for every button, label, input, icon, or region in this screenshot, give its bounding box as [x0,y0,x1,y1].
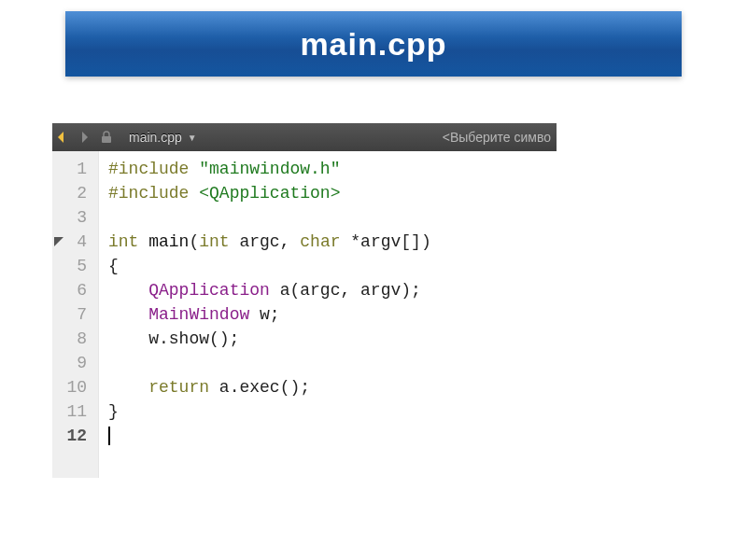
include-target: "mainwindow.h" [199,160,340,178]
line-number: 9 [52,351,98,375]
toolbar-filename[interactable]: main.cpp [129,130,182,145]
type-name: QApplication [148,281,270,300]
keyword: int [199,232,229,251]
text-cursor [108,427,110,445]
toolbar-icons [52,130,120,145]
line-number: 2 [52,181,98,205]
lock-icon[interactable] [99,130,114,145]
line-number: 4 [52,230,98,254]
filename-dropdown-icon[interactable]: ▼ [188,133,197,143]
keyword: return [148,378,209,397]
type-name: MainWindow [148,305,249,324]
line-number: 1 [52,157,98,181]
include-target: <QApplication> [199,184,340,203]
line-number: 11 [52,399,98,424]
keyword: char [300,232,340,251]
code-area: 123456789101112 #include "mainwindow.h" … [52,151,557,478]
line-number: 10 [52,375,98,399]
back-icon[interactable] [58,130,73,145]
fold-marker-icon[interactable] [54,237,63,246]
slide-title: main.cpp [300,26,446,63]
slide-title-banner: main.cpp [65,11,682,77]
code-editor: main.cpp ▼ <Выберите симво 1234567891011… [52,123,557,478]
forward-icon[interactable] [78,130,93,145]
keyword: int [108,232,138,251]
func-name: main [148,232,189,251]
line-number: 5 [52,254,98,278]
editor-toolbar: main.cpp ▼ <Выберите симво [52,123,557,151]
symbol-selector[interactable]: <Выберите симво [437,130,557,145]
line-number: 6 [52,278,98,302]
line-number: 12 [52,424,98,448]
line-number: 3 [52,205,98,230]
line-number-gutter: 123456789101112 [52,151,99,478]
preprocessor: #include [108,184,189,203]
preprocessor: #include [108,160,189,178]
code-content[interactable]: #include "mainwindow.h" #include <QAppli… [99,151,557,478]
line-number: 7 [52,302,98,327]
line-number: 8 [52,327,98,351]
svg-rect-0 [102,136,111,143]
